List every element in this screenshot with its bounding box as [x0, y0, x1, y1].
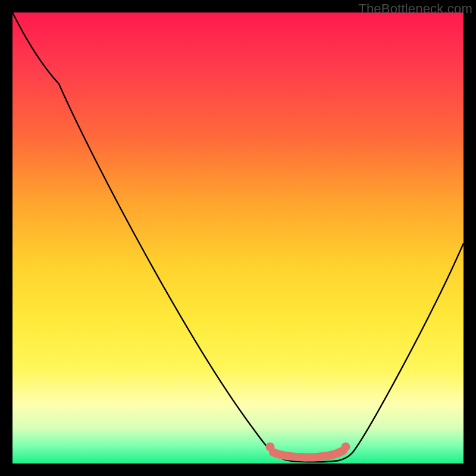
marker-start	[266, 443, 275, 452]
bottleneck-curve	[12, 12, 464, 462]
marker-end	[342, 443, 350, 452]
optimal-range-bar	[273, 450, 343, 458]
watermark-text: TheBottleneck.com	[358, 1, 472, 17]
chart-frame: TheBottleneck.com	[0, 0, 476, 476]
bottleneck-curve-svg	[12, 12, 464, 464]
plot-area	[12, 12, 464, 464]
